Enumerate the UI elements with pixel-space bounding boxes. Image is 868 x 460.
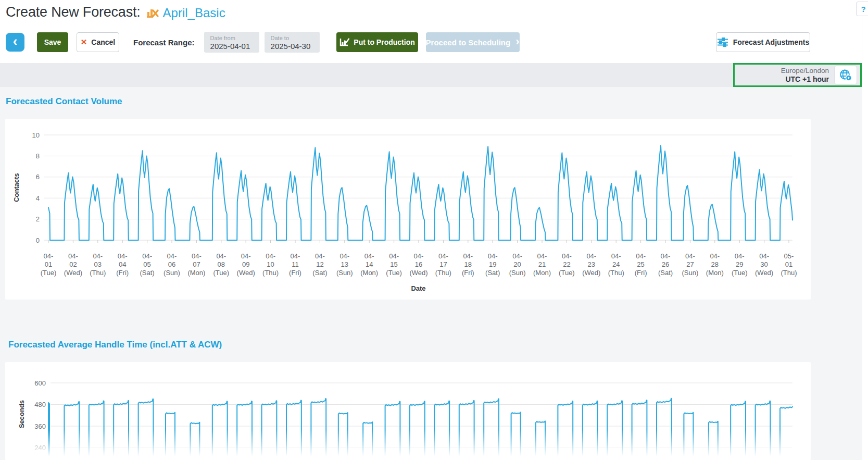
svg-text:04-11(Fri): 04-11(Fri) — [289, 252, 301, 277]
globe-icon — [839, 69, 852, 81]
page-title: Create New Forecast: — [6, 4, 141, 20]
svg-text:04-12(Sat): 04-12(Sat) — [312, 252, 327, 277]
forecast-chart-icon — [146, 6, 159, 20]
svg-text:04-09(Wed): 04-09(Wed) — [237, 252, 255, 277]
forecast-adjustments-button[interactable]: Forecast Adjustments — [716, 32, 810, 52]
svg-text:04-03(Thu): 04-03(Thu) — [90, 252, 106, 277]
svg-text:04-18(Fri): 04-18(Fri) — [462, 252, 474, 277]
svg-text:05-01(Thu): 05-01(Thu) — [781, 252, 797, 277]
svg-text:04-16(Wed): 04-16(Wed) — [409, 252, 427, 277]
toolbar: ‹ Save ✕ Cancel Forecast Range: Date fro… — [6, 32, 520, 52]
svg-text:04-26(Sat): 04-26(Sat) — [658, 252, 673, 277]
chart-bottom-fade — [5, 430, 811, 460]
svg-text:10: 10 — [32, 131, 40, 139]
production-chart-icon — [339, 38, 354, 47]
svg-text:8: 8 — [36, 152, 40, 160]
svg-text:04-13(Sun): 04-13(Sun) — [336, 252, 353, 277]
forecast-range-label: Forecast Range: — [133, 38, 195, 47]
date-from-label: Date from — [210, 34, 259, 42]
cancel-label: Cancel — [91, 38, 115, 46]
date-from-field[interactable]: Date from 2025-04-01 — [204, 32, 259, 53]
timezone-offset: UTC +1 hour — [781, 75, 829, 84]
svg-text:04-28(Mon): 04-28(Mon) — [706, 252, 724, 277]
timezone-control-highlighted[interactable]: Europe/London UTC +1 hour — [733, 63, 862, 87]
svg-text:04-21(Mon): 04-21(Mon) — [533, 252, 551, 277]
svg-text:0: 0 — [36, 237, 40, 244]
aht-chart: 600480360240Seconds — [5, 362, 811, 460]
forecast-adjustments-label: Forecast Adjustments — [733, 38, 810, 46]
help-icon: ? — [861, 5, 865, 14]
page-header: Create New Forecast: April_Basic — [6, 4, 225, 20]
proceed-to-scheduling-label: Proceed to Scheduling — [426, 38, 511, 47]
svg-text:04-29(Tue): 04-29(Tue) — [732, 252, 748, 277]
back-button[interactable]: ‹ — [6, 33, 24, 52]
svg-text:04-22(Tue): 04-22(Tue) — [559, 252, 575, 277]
svg-text:04-19(Sat): 04-19(Sat) — [485, 252, 500, 277]
proceed-to-scheduling-button[interactable]: Proceed to Scheduling › — [426, 32, 520, 52]
date-to-label: Date to — [271, 34, 320, 42]
svg-text:04-02(Wed): 04-02(Wed) — [64, 252, 82, 277]
put-to-production-label: Put to Production — [354, 38, 414, 46]
svg-text:04-25(Fri): 04-25(Fri) — [635, 252, 647, 277]
svg-text:04-17(Thu): 04-17(Thu) — [435, 252, 451, 277]
help-button[interactable]: ? — [856, 2, 868, 16]
svg-text:4: 4 — [36, 194, 40, 202]
svg-text:04-10(Thu): 04-10(Thu) — [262, 252, 279, 277]
svg-text:04-07(Mon): 04-07(Mon) — [187, 252, 205, 277]
svg-text:04-20(Sun): 04-20(Sun) — [509, 252, 526, 277]
date-from-value: 2025-04-01 — [210, 42, 259, 51]
svg-text:600: 600 — [34, 379, 46, 387]
svg-text:360: 360 — [34, 422, 46, 430]
svg-text:Seconds: Seconds — [18, 400, 26, 428]
svg-text:04-04(Fri): 04-04(Fri) — [116, 252, 129, 277]
svg-text:Date: Date — [411, 284, 425, 292]
timezone-globe-button[interactable] — [834, 65, 857, 85]
svg-text:04-15(Tue): 04-15(Tue) — [386, 252, 402, 277]
chevron-right-icon: › — [515, 35, 519, 48]
forecast-name[interactable]: April_Basic — [163, 6, 225, 20]
timezone-text: Europe/London UTC +1 hour — [781, 66, 829, 84]
timezone-bar: Europe/London UTC +1 hour — [0, 63, 862, 87]
contact-volume-svg: 0246810Contacts04-01(Tue)04-02(Wed)04-03… — [5, 119, 811, 300]
sliders-icon — [717, 38, 733, 47]
svg-text:04-23(Wed): 04-23(Wed) — [582, 252, 600, 277]
svg-text:6: 6 — [36, 173, 40, 181]
save-button[interactable]: Save — [37, 32, 68, 52]
svg-text:04-06(Sun): 04-06(Sun) — [163, 252, 180, 277]
svg-text:480: 480 — [34, 401, 46, 408]
contact-volume-chart: 0246810Contacts04-01(Tue)04-02(Wed)04-03… — [5, 119, 811, 300]
date-to-field[interactable]: Date to 2025-04-30 — [265, 32, 320, 53]
svg-text:04-05(Sat): 04-05(Sat) — [140, 252, 155, 277]
contact-volume-section-title: Forecasted Contact Volume — [6, 96, 122, 107]
svg-text:04-14(Mon): 04-14(Mon) — [360, 252, 378, 277]
scrollbar-track[interactable] — [862, 0, 868, 460]
save-label: Save — [44, 38, 61, 46]
svg-text:04-24(Thu): 04-24(Thu) — [608, 252, 624, 277]
back-chevron-icon: ‹ — [13, 33, 18, 49]
cancel-button[interactable]: ✕ Cancel — [77, 32, 119, 52]
svg-text:04-01(Tue): 04-01(Tue) — [41, 252, 57, 277]
date-to-value: 2025-04-30 — [271, 42, 320, 51]
aht-section-title: Forecasted Average Handle Time (incl.ATT… — [8, 340, 222, 350]
timezone-zone: Europe/London — [781, 66, 829, 75]
svg-text:Contacts: Contacts — [12, 173, 20, 202]
svg-text:04-30(Wed): 04-30(Wed) — [755, 252, 773, 277]
put-to-production-button[interactable]: Put to Production — [336, 32, 418, 52]
svg-text:04-27(Sun): 04-27(Sun) — [682, 252, 699, 277]
svg-text:04-08(Tue): 04-08(Tue) — [213, 252, 230, 277]
cancel-x-icon: ✕ — [81, 38, 87, 47]
svg-text:2: 2 — [36, 215, 40, 223]
